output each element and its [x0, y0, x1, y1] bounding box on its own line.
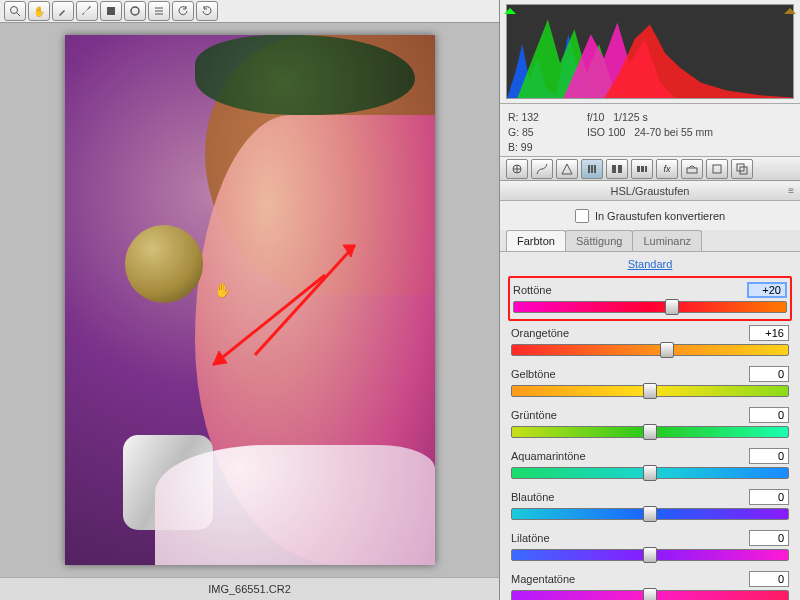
svg-line-1 [17, 13, 20, 16]
grayscale-checkbox[interactable] [575, 209, 589, 223]
svg-point-3 [131, 7, 139, 15]
image-viewer[interactable]: ✋ [0, 23, 499, 577]
svg-rect-18 [713, 165, 721, 173]
slider-value-input[interactable] [749, 530, 789, 546]
svg-rect-12 [612, 165, 616, 173]
slider-track[interactable] [513, 301, 787, 313]
slider-label: Orangetöne [511, 327, 569, 339]
slider-track[interactable] [511, 549, 789, 561]
panel-title: HSL/Graustufen ≡ [500, 181, 800, 201]
eyedropper-icon[interactable] [52, 1, 74, 21]
highlight-clip-icon[interactable] [784, 2, 796, 14]
fx-panel-icon[interactable]: fx [656, 159, 678, 179]
slider-track[interactable] [511, 467, 789, 479]
grayscale-label: In Graustufen konvertieren [595, 210, 725, 222]
list-icon[interactable] [148, 1, 170, 21]
slider-label: Gelbtöne [511, 368, 556, 380]
slider-thumb[interactable] [643, 383, 657, 399]
slider-row-4: Aquamarintöne [508, 444, 792, 485]
svg-line-4 [255, 245, 355, 355]
meta-r: R: 132 [508, 110, 539, 125]
slider-thumb[interactable] [643, 506, 657, 522]
basic-panel-icon[interactable] [506, 159, 528, 179]
snapshot-panel-icon[interactable] [731, 159, 753, 179]
slider-track[interactable] [511, 590, 789, 600]
meta-shutter: 1/125 s [613, 111, 647, 123]
slider-value-input[interactable] [749, 407, 789, 423]
annotation-arrow-icon [185, 235, 365, 385]
meta-g: G: 85 [508, 125, 539, 140]
svg-rect-10 [591, 165, 593, 173]
slider-row-3: Grüntöne [508, 403, 792, 444]
tab-saturation[interactable]: Sättigung [565, 230, 633, 251]
slider-value-input[interactable] [749, 571, 789, 587]
tab-luminance[interactable]: Luminanz [632, 230, 702, 251]
slider-label: Rottöne [513, 284, 552, 296]
convert-grayscale-row[interactable]: In Graustufen konvertieren [500, 201, 800, 230]
panel-title-label: HSL/Graustufen [611, 185, 690, 197]
slider-track[interactable] [511, 426, 789, 438]
circle-icon[interactable] [124, 1, 146, 21]
slider-label: Blautöne [511, 491, 554, 503]
slider-thumb[interactable] [660, 342, 674, 358]
slider-value-input[interactable] [749, 366, 789, 382]
slider-thumb[interactable] [665, 299, 679, 315]
slider-label: Lilatöne [511, 532, 550, 544]
camera-panel-icon[interactable] [681, 159, 703, 179]
slider-thumb[interactable] [643, 547, 657, 563]
histogram[interactable] [500, 0, 800, 104]
slider-thumb[interactable] [643, 588, 657, 600]
svg-rect-11 [594, 165, 596, 173]
slider-list: RottöneOrangetöneGelbtöneGrüntöneAquamar… [500, 276, 800, 600]
rotate-ccw-icon[interactable] [172, 1, 194, 21]
meta-aperture: f/10 [587, 111, 605, 123]
svg-rect-2 [107, 7, 115, 15]
slider-label: Aquamarintöne [511, 450, 586, 462]
panel-tabs-row: fx [500, 157, 800, 181]
side-panel: R: 132 G: 85 B: 99 f/10 1/125 s ISO 100 … [499, 0, 800, 600]
filename-bar: IMG_66551.CR2 [0, 577, 499, 600]
svg-point-0 [11, 7, 18, 14]
curve-panel-icon[interactable] [531, 159, 553, 179]
default-link[interactable]: Standard [628, 258, 673, 270]
hand-icon[interactable]: ✋ [28, 1, 50, 21]
slider-row-7: Magentatöne [508, 567, 792, 600]
svg-rect-16 [645, 166, 647, 172]
slider-row-5: Blautöne [508, 485, 792, 526]
top-toolbar: ✋ [0, 0, 499, 23]
metadata-row: R: 132 G: 85 B: 99 f/10 1/125 s ISO 100 … [500, 104, 800, 157]
svg-rect-9 [588, 165, 590, 173]
hsl-panel-icon[interactable] [581, 159, 603, 179]
tab-hue[interactable]: Farbton [506, 230, 566, 251]
shadow-clip-icon[interactable] [504, 2, 516, 14]
svg-marker-7 [213, 351, 227, 365]
slider-value-input[interactable] [749, 448, 789, 464]
rotate-cw-icon[interactable] [196, 1, 218, 21]
preset-panel-icon[interactable] [706, 159, 728, 179]
slider-value-input[interactable] [749, 325, 789, 341]
slider-row-0: Rottöne [508, 276, 792, 321]
slider-label: Grüntöne [511, 409, 557, 421]
slider-thumb[interactable] [643, 465, 657, 481]
meta-lens: 24-70 bei 55 mm [634, 126, 713, 138]
slider-row-1: Orangetöne [508, 321, 792, 362]
slider-track[interactable] [511, 344, 789, 356]
detail-panel-icon[interactable] [556, 159, 578, 179]
zoom-icon[interactable] [4, 1, 26, 21]
slider-track[interactable] [511, 385, 789, 397]
meta-b: B: 99 [508, 140, 539, 155]
svg-rect-14 [637, 166, 640, 172]
split-panel-icon[interactable] [606, 159, 628, 179]
filename-label: IMG_66551.CR2 [208, 583, 291, 595]
svg-rect-15 [641, 166, 644, 172]
square-icon[interactable] [100, 1, 122, 21]
hsl-subtabs: Farbton Sättigung Luminanz [500, 230, 800, 252]
brush-icon[interactable] [76, 1, 98, 21]
lens-panel-icon[interactable] [631, 159, 653, 179]
slider-thumb[interactable] [643, 424, 657, 440]
panel-menu-icon[interactable]: ≡ [788, 185, 794, 196]
slider-row-2: Gelbtöne [508, 362, 792, 403]
slider-value-input[interactable] [749, 489, 789, 505]
slider-track[interactable] [511, 508, 789, 520]
slider-value-input[interactable] [747, 282, 787, 298]
